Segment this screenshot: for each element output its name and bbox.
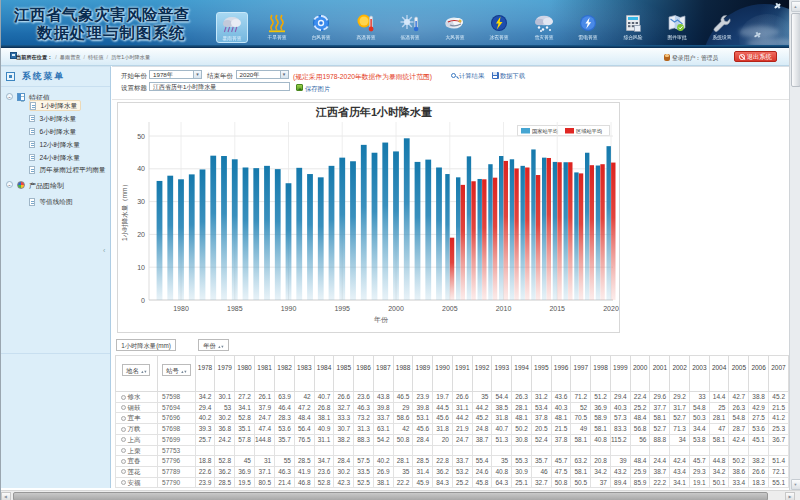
svg-text:2015: 2015 (549, 304, 565, 311)
svg-text:江西省历年1小时降水量: 江西省历年1小时降水量 (314, 106, 431, 118)
svg-text:1985: 1985 (227, 304, 243, 311)
svg-text:40: 40 (137, 165, 145, 172)
svg-text:2000: 2000 (388, 304, 404, 311)
svg-text:2020: 2020 (603, 304, 619, 311)
svg-text:30: 30 (137, 198, 145, 205)
svg-text:年份: 年份 (374, 316, 389, 324)
svg-text:50: 50 (137, 132, 145, 139)
svg-text:20: 20 (137, 230, 145, 237)
svg-text:1995: 1995 (334, 304, 350, 311)
svg-text:1小时降水量（mm）: 1小时降水量（mm） (121, 181, 129, 241)
svg-text:1980: 1980 (173, 304, 189, 311)
svg-text:0: 0 (141, 296, 145, 303)
svg-text:区域站平均: 区域站平均 (576, 128, 602, 135)
svg-text:2010: 2010 (495, 304, 511, 311)
svg-text:2005: 2005 (442, 304, 458, 311)
svg-text:10: 10 (137, 263, 145, 270)
svg-text:1990: 1990 (280, 304, 296, 311)
svg-text:国家站平均: 国家站平均 (532, 128, 558, 135)
